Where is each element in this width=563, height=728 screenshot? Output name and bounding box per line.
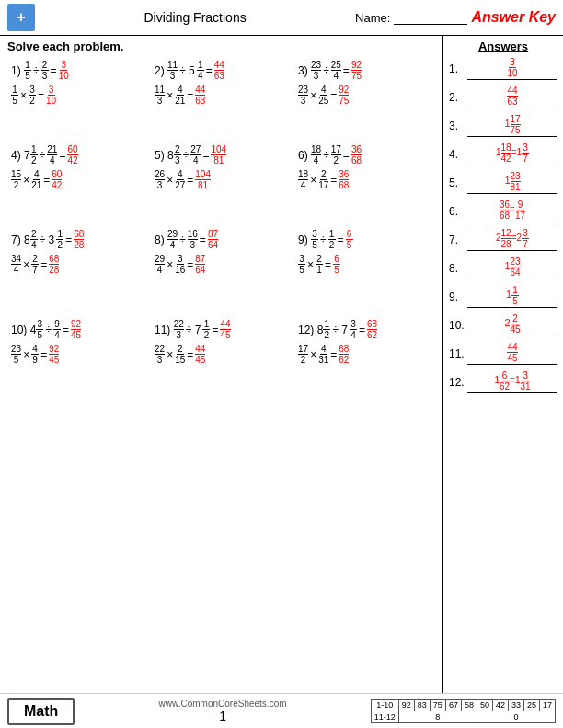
answer-5: 5. 12381 xyxy=(449,171,557,194)
problem-9: 9) 35 ÷ 12 = 65 35 × 21 = 65 xyxy=(294,226,434,300)
problem-11: 11) 223 ÷ 7 12 = 4445 223 × 215 = 4445 xyxy=(151,316,291,390)
answer-key-label: Answer Key xyxy=(471,9,556,26)
answer-4: 4. 11842=137 xyxy=(449,142,557,165)
answers-title: Answers xyxy=(449,40,557,53)
answer-9: 9. 115 xyxy=(449,285,557,308)
footer: Math www.CommonCoreSheets.com 1 1-10 928… xyxy=(0,693,563,728)
instruction: Solve each problem. xyxy=(7,40,434,53)
problem-2: 2) 113 ÷ 5 14 = 4463 113 × 421 = 4463 xyxy=(151,57,291,131)
answer-11: 11. 4445 xyxy=(449,342,557,365)
problem-7: 7) 824 ÷ 3 12 = 6828 344 × 27 = 6828 xyxy=(7,226,147,300)
score-table: 1-10 9283 7567 5850 4233 2517 11-12 8 0 xyxy=(371,699,556,723)
page-title: Dividing Fractions xyxy=(144,10,246,25)
logo-icon: + xyxy=(7,4,35,31)
problem-1: 1) 15 ÷ 23 = 310 15 × 32 = 310 xyxy=(7,57,147,131)
answer-2: 2. 4463 xyxy=(449,85,557,108)
answer-10: 10. 2245 xyxy=(449,313,557,336)
answer-8: 8. 12364 xyxy=(449,256,557,279)
answer-7: 7. 21228=237 xyxy=(449,228,557,251)
problem-8: 8) 294 ÷ 163 = 8764 294 × 316 = 8764 xyxy=(151,226,291,300)
main-content: Solve each problem. 1) 15 ÷ 23 = 310 15 xyxy=(0,36,563,693)
name-label: Name: xyxy=(355,11,390,25)
problem-4: 4) 712 ÷ 214 = 6042 152 × 421 = 6042 xyxy=(7,142,147,215)
answer-column: Answers 1. 310 2. 4463 xyxy=(443,36,563,693)
problem-5: 5) 823 ÷ 274 = 10481 263 × 427 = 10481 xyxy=(151,142,291,215)
answer-6: 6. 3668=917 xyxy=(449,199,557,222)
answer-3: 3. 11775 xyxy=(449,114,557,137)
answer-1: 1. 310 xyxy=(449,57,557,80)
problem-3: 3) 233 ÷ 254 = 9275 233 × 425 = 9275 xyxy=(294,57,434,131)
footer-url: www.CommonCoreSheets.com xyxy=(159,699,287,709)
math-label: Math xyxy=(7,698,75,725)
problem-6: 6) 184 ÷ 172 = 3668 184 × 217 = 3668 xyxy=(294,142,434,215)
answer-12: 12. 1662=1331 xyxy=(449,370,557,393)
footer-page: 1 xyxy=(159,709,287,723)
problem-10: 10) 435 ÷ 94 = 9245 235 × 49 = 9245 xyxy=(7,316,147,390)
problem-12: 12) 812 ÷ 7 34 = 6862 172 × 431 = 6862 xyxy=(294,316,434,390)
problems-area: Solve each problem. 1) 15 ÷ 23 = 310 15 xyxy=(0,36,443,693)
header: + Dividing Fractions Name: Answer Key xyxy=(0,0,563,36)
